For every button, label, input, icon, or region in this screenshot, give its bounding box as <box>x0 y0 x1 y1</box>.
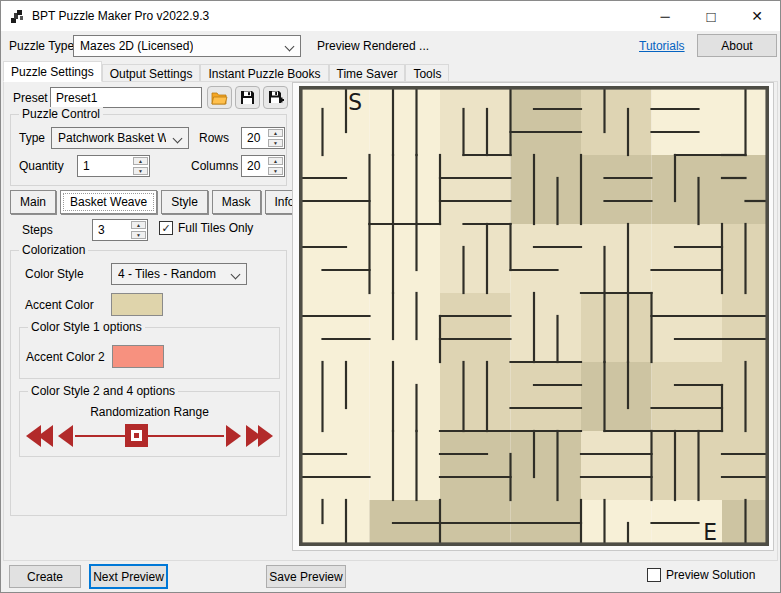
rows-stepper[interactable]: 20 ▲▼ <box>241 127 285 149</box>
slider-track[interactable] <box>75 435 224 437</box>
preview-status: Preview Rendered ... <box>317 39 429 53</box>
save-icon <box>240 90 255 105</box>
preview-solution-checkbox[interactable]: ✓ Preview Solution <box>647 568 755 582</box>
app-window: BPT Puzzle Maker Pro v2022.9.3 ─ □ ✕ Puz… <box>0 0 781 593</box>
svg-text:E: E <box>703 520 717 545</box>
checkbox-box-icon: ✓ <box>159 221 173 235</box>
columns-up-icon[interactable]: ▲ <box>268 157 283 165</box>
rows-down-icon[interactable]: ▼ <box>268 139 283 147</box>
maximize-icon[interactable]: □ <box>688 1 734 31</box>
chevron-down-icon <box>285 42 295 52</box>
preview-solution-label: Preview Solution <box>666 568 755 582</box>
quantity-up-icon[interactable]: ▲ <box>133 157 148 165</box>
settings-sub-tabs: Main Basket Weave Style Mask Info <box>10 190 309 214</box>
subtab-basket-weave[interactable]: Basket Weave <box>60 190 157 214</box>
columns-down-icon[interactable]: ▼ <box>268 167 283 175</box>
steps-stepper[interactable]: 3 ▲▼ <box>92 219 148 241</box>
columns-stepper[interactable]: 20 ▲▼ <box>241 155 285 177</box>
tab-puzzle-settings[interactable]: Puzzle Settings <box>3 61 102 82</box>
color-style-2-4-options-title: Color Style 2 and 4 options <box>28 384 178 398</box>
randomization-range-slider[interactable] <box>26 424 273 448</box>
check-mark-icon: ✓ <box>161 223 170 234</box>
type-label: Type <box>19 131 45 145</box>
title-bar: BPT Puzzle Maker Pro v2022.9.3 ─ □ ✕ <box>1 1 780 31</box>
main-tab-strip: Puzzle Settings Output Settings Instant … <box>3 62 449 82</box>
rows-up-icon[interactable]: ▲ <box>268 129 283 137</box>
rows-label: Rows <box>199 131 229 145</box>
next-preview-button[interactable]: Next Preview <box>89 564 168 589</box>
app-icon <box>10 8 26 24</box>
quantity-down-icon[interactable]: ▼ <box>133 167 148 175</box>
color-style-1-options-title: Color Style 1 options <box>28 320 145 334</box>
save-plus-icon <box>268 90 284 106</box>
tab-instant-puzzle-books[interactable]: Instant Puzzle Books <box>200 64 328 82</box>
chevron-down-icon <box>173 134 183 144</box>
slider-step-left-icon[interactable] <box>58 425 73 447</box>
columns-label: Columns <box>191 159 238 173</box>
slider-step-right-icon[interactable] <box>226 425 241 447</box>
full-tiles-only-label: Full Tiles Only <box>178 221 253 235</box>
puzzle-type-label: Puzzle Type <box>9 39 74 53</box>
slider-max-icon[interactable] <box>246 425 273 447</box>
puzzle-type-select[interactable]: Mazes 2D (Licensed) <box>73 35 301 57</box>
slider-handle[interactable] <box>125 424 148 447</box>
accent-color-label: Accent Color <box>25 298 94 312</box>
save-preset-as-button[interactable] <box>263 86 288 109</box>
slider-min-icon[interactable] <box>26 425 53 447</box>
create-button[interactable]: Create <box>9 565 81 588</box>
randomization-range-label: Randomization Range <box>20 405 279 419</box>
footer-bar: Create Next Preview Save Preview ✓ Previ… <box>1 561 780 592</box>
steps-up-icon[interactable]: ▲ <box>131 221 146 229</box>
full-tiles-only-checkbox[interactable]: ✓ Full Tiles Only <box>159 221 253 235</box>
save-preset-button[interactable] <box>235 86 260 109</box>
colorization-group: Colorization Color Style 4 - Tiles - Ran… <box>10 250 287 516</box>
minimize-icon[interactable]: ─ <box>642 1 688 31</box>
accent-color-swatch[interactable] <box>111 293 163 316</box>
steps-down-icon[interactable]: ▼ <box>131 231 146 239</box>
close-icon[interactable]: ✕ <box>734 1 780 31</box>
maze-svg: SE <box>299 86 769 546</box>
folder-open-icon <box>211 91 228 105</box>
checkbox-box-icon: ✓ <box>647 568 661 582</box>
tab-time-saver[interactable]: Time Saver <box>329 64 406 82</box>
open-preset-button[interactable] <box>207 86 232 109</box>
maze-preview-panel: SE <box>292 82 774 551</box>
quantity-stepper[interactable]: 1 ▲▼ <box>77 155 150 177</box>
maze-type-select[interactable]: Patchwork Basket Weave <box>51 127 189 149</box>
puzzle-settings-page: Preset <box>3 81 778 561</box>
subtab-mask[interactable]: Mask <box>212 190 261 214</box>
quantity-label: Quantity <box>19 159 64 173</box>
puzzle-control-group: Puzzle Control Type Patchwork Basket Wea… <box>10 114 287 186</box>
color-style-1-options-group: Color Style 1 options Accent Color 2 <box>19 327 280 379</box>
subtab-main[interactable]: Main <box>10 190 56 214</box>
about-button[interactable]: About <box>697 34 777 57</box>
subtab-style[interactable]: Style <box>161 190 208 214</box>
tutorials-link[interactable]: Tutorials <box>639 39 685 53</box>
tab-tools[interactable]: Tools <box>405 64 449 82</box>
steps-label: Steps <box>22 223 53 237</box>
color-style-label: Color Style <box>25 267 84 281</box>
colorization-title: Colorization <box>19 243 88 257</box>
accent-color-2-label: Accent Color 2 <box>26 350 105 364</box>
color-style-2-4-options-group: Color Style 2 and 4 options Randomizatio… <box>19 391 280 457</box>
save-preview-button[interactable]: Save Preview <box>266 565 346 588</box>
chevron-down-icon <box>231 270 241 280</box>
accent-color-2-swatch[interactable] <box>112 345 164 368</box>
preset-input[interactable] <box>50 87 202 108</box>
preset-label: Preset <box>13 91 48 105</box>
puzzle-control-title: Puzzle Control <box>19 107 103 121</box>
color-style-select[interactable]: 4 - Tiles - Random <box>111 263 247 285</box>
top-control-row: Puzzle Type Mazes 2D (Licensed) Preview … <box>1 31 780 61</box>
window-title: BPT Puzzle Maker Pro v2022.9.3 <box>32 9 209 23</box>
tab-output-settings[interactable]: Output Settings <box>102 64 201 82</box>
svg-text:S: S <box>348 90 362 115</box>
